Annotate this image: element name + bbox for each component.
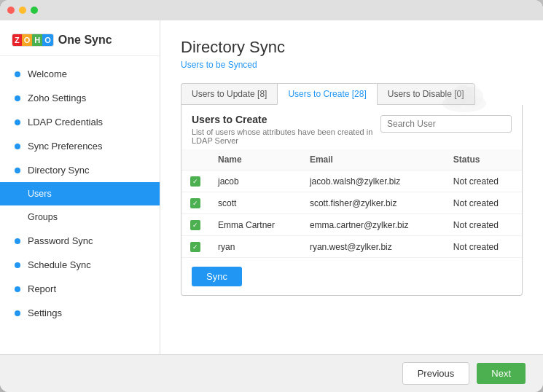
sync-button[interactable]: Sync bbox=[192, 267, 242, 286]
row-status: Not created bbox=[445, 214, 522, 236]
row-name: Emma Cartner bbox=[209, 214, 301, 236]
check-icon: ✓ bbox=[190, 176, 200, 187]
nav-dot bbox=[15, 262, 20, 268]
nav-dot bbox=[15, 286, 20, 292]
sidebar-item-directory-sync[interactable]: Directory Sync bbox=[0, 158, 160, 182]
sidebar-item-label: Password Sync bbox=[28, 235, 93, 246]
table-row: ✓ ryan ryan.west@zylker.biz Not created bbox=[181, 236, 522, 258]
col-name: Name bbox=[209, 149, 301, 170]
table-row: ✓ jacob jacob.walsh@zylker.biz Not creat… bbox=[181, 170, 522, 192]
sidebar-logo: Z O H O One Sync bbox=[0, 20, 160, 56]
row-name: scott bbox=[209, 192, 301, 214]
sidebar-item-welcome[interactable]: Welcome bbox=[0, 62, 160, 86]
close-button[interactable] bbox=[7, 7, 15, 14]
table-header: Name Email Status bbox=[181, 149, 522, 170]
table-row: ✓ Emma Cartner emma.cartner@zylker.biz N… bbox=[181, 214, 522, 236]
sidebar-item-label: Users bbox=[28, 189, 52, 199]
users-table-scroll[interactable]: Name Email Status ✓ jacob jacob.walsh@zy… bbox=[181, 149, 522, 258]
minimize-button[interactable] bbox=[19, 7, 26, 14]
sidebar-navigation: Welcome Zoho Settings LDAP Credentials S… bbox=[0, 56, 160, 354]
sidebar-item-users[interactable]: Users bbox=[0, 182, 160, 205]
row-check: ✓ bbox=[181, 192, 209, 214]
zoho-letter-z: Z bbox=[12, 34, 22, 46]
row-name: ryan bbox=[209, 236, 301, 258]
row-email: jacob.walsh@zylker.biz bbox=[301, 170, 445, 192]
col-email: Email bbox=[301, 149, 445, 170]
main-wrapper: Directory Sync Users to be Synced Users … bbox=[181, 38, 523, 296]
page-title: Directory Sync bbox=[181, 38, 523, 57]
bottom-bar: Previous Next bbox=[0, 354, 543, 392]
check-icon: ✓ bbox=[190, 242, 200, 252]
sidebar-item-label: Welcome bbox=[28, 68, 67, 79]
row-status: Not created bbox=[445, 170, 522, 192]
search-input[interactable] bbox=[380, 115, 512, 133]
nav-dot bbox=[15, 71, 20, 77]
nav-dot bbox=[15, 119, 20, 125]
check-icon: ✓ bbox=[190, 220, 200, 230]
sidebar-item-groups[interactable]: Groups bbox=[0, 205, 160, 229]
svg-point-3 bbox=[453, 85, 472, 103]
sidebar-item-label: Settings bbox=[28, 307, 62, 318]
nav-dot bbox=[15, 310, 20, 316]
users-table: Name Email Status ✓ jacob jacob.walsh@zy… bbox=[181, 149, 522, 258]
nav-dot bbox=[15, 95, 20, 101]
tab-update[interactable]: Users to Update [8] bbox=[181, 83, 277, 105]
nav-dot bbox=[15, 168, 20, 173]
sidebar-item-password-sync[interactable]: Password Sync bbox=[0, 229, 160, 253]
maximize-button[interactable] bbox=[31, 7, 38, 14]
sidebar: Z O H O One Sync Welcome Zoho Settings bbox=[0, 20, 160, 354]
row-email: emma.cartner@zylker.biz bbox=[301, 214, 445, 236]
row-email: scott.fisher@zylker.biz bbox=[301, 192, 445, 214]
previous-button[interactable]: Previous bbox=[402, 362, 470, 385]
content-area: Z O H O One Sync Welcome Zoho Settings bbox=[0, 20, 543, 354]
sidebar-item-sync-preferences[interactable]: Sync Preferences bbox=[0, 134, 160, 158]
sidebar-item-ldap-credentials[interactable]: LDAP Credentials bbox=[0, 110, 160, 134]
app-window: Z O H O One Sync Welcome Zoho Settings bbox=[0, 0, 543, 392]
sidebar-item-zoho-settings[interactable]: Zoho Settings bbox=[0, 86, 160, 110]
sidebar-item-report[interactable]: Report bbox=[0, 277, 160, 301]
check-icon: ✓ bbox=[190, 198, 200, 208]
sidebar-item-label: Directory Sync bbox=[28, 165, 90, 176]
zoho-letter-o1: O bbox=[22, 34, 33, 46]
sidebar-item-label: Sync Preferences bbox=[28, 141, 103, 152]
nav-dot bbox=[15, 144, 20, 149]
tab-create[interactable]: Users to Create [28] bbox=[277, 83, 376, 105]
row-check: ✓ bbox=[181, 214, 209, 236]
panel-title: Users to Create bbox=[192, 114, 380, 125]
table-body: ✓ jacob jacob.walsh@zylker.biz Not creat… bbox=[181, 170, 522, 258]
row-check: ✓ bbox=[181, 236, 209, 258]
next-button[interactable]: Next bbox=[477, 363, 526, 384]
row-status: Not created bbox=[445, 192, 522, 214]
sidebar-item-label: Report bbox=[28, 283, 56, 294]
sidebar-item-label: LDAP Credentials bbox=[28, 117, 103, 128]
row-name: jacob bbox=[209, 170, 301, 192]
main-content: Directory Sync Users to be Synced Users … bbox=[160, 20, 543, 354]
window-chrome bbox=[0, 0, 543, 20]
zoho-letter-o2: O bbox=[42, 34, 53, 46]
tab-panel-create: Users to Create List of users whose attr… bbox=[181, 105, 523, 296]
sidebar-item-schedule-sync[interactable]: Schedule Sync bbox=[0, 253, 160, 277]
row-email: ryan.west@zylker.biz bbox=[301, 236, 445, 258]
sidebar-item-label: Schedule Sync bbox=[28, 259, 91, 270]
sidebar-item-label: Zoho Settings bbox=[28, 93, 86, 103]
table-row: ✓ scott scott.fisher@zylker.biz Not crea… bbox=[181, 192, 522, 214]
sidebar-item-settings[interactable]: Settings bbox=[0, 301, 160, 325]
zoho-letter-h: H bbox=[32, 34, 42, 46]
col-status: Status bbox=[445, 149, 522, 170]
sidebar-item-label: Groups bbox=[28, 212, 58, 222]
cloud-icon bbox=[435, 78, 493, 117]
zoho-box: Z O H O bbox=[12, 34, 54, 47]
col-check bbox=[181, 149, 209, 170]
zoho-logo: Z O H O One Sync bbox=[12, 34, 112, 47]
page-subtitle: Users to be Synced bbox=[181, 60, 523, 70]
row-status: Not created bbox=[445, 236, 522, 258]
panel-description: List of users whose attributes have been… bbox=[192, 128, 380, 145]
row-check: ✓ bbox=[181, 170, 209, 192]
nav-dot bbox=[15, 238, 20, 244]
app-name: One Sync bbox=[58, 34, 112, 47]
